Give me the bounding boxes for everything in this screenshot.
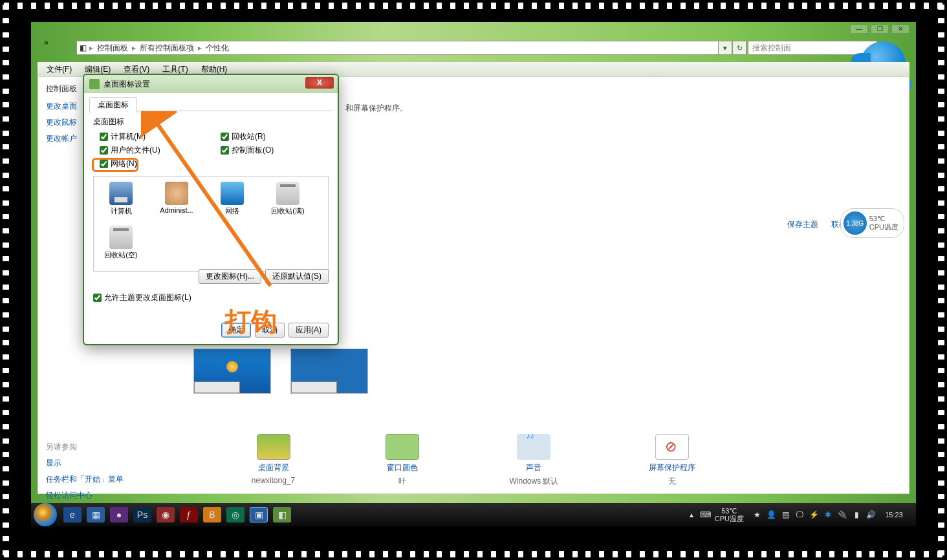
taskbar-o-icon[interactable]: ◎ — [226, 507, 245, 522]
option-bg-sub: newxitong_7 — [252, 476, 295, 485]
option-saver-title: 屏幕保护程序 — [649, 462, 695, 473]
dialog-close-button[interactable]: X — [305, 77, 334, 89]
checkbox-user-files[interactable]: 用户的文件(U) — [100, 145, 208, 156]
taskbar-palette-icon[interactable]: ◧ — [273, 507, 291, 522]
option-sound-sub: Windows 默认 — [509, 476, 558, 487]
address-bar[interactable]: ◧ ▸ 控制面板 ▸ 所有控制面板项 ▸ 个性化 — [76, 41, 735, 55]
tray-icon-0[interactable]: ★ — [752, 510, 762, 520]
window-close-button[interactable]: ✕ — [891, 25, 909, 34]
dialog-titlebar[interactable]: 桌面图标设置 X — [84, 75, 338, 93]
taskbar-app1-icon[interactable]: ▦ — [87, 507, 105, 522]
tray-temp-value: 53℃ — [715, 507, 744, 515]
dialog-tabs: 桌面图标 — [89, 97, 332, 111]
temp-gauge-label: CPU温度 — [869, 223, 898, 232]
breadcrumb-item-0[interactable]: 控制面板 — [93, 43, 132, 54]
window-chrome: — ❐ ✕ — [31, 22, 916, 36]
cancel-button[interactable]: 取消 — [255, 323, 285, 338]
change-icon-button[interactable]: 更改图标(H)... — [199, 269, 261, 284]
tray-icon-1[interactable]: 👤 — [766, 510, 776, 520]
tray-network-icon[interactable]: ▮ — [851, 510, 862, 520]
tray-show-hidden-icon[interactable]: ▴ — [686, 510, 697, 520]
checkbox-control-panel[interactable]: 控制面板(O) — [221, 145, 329, 156]
option-desktop-background[interactable]: 桌面背景 newxitong_7 — [252, 434, 295, 487]
group-title: 桌面图标 — [93, 116, 329, 127]
film-sprockets-bottom — [0, 548, 947, 560]
menu-file[interactable]: 文件(F) — [41, 63, 77, 76]
tray-icon-2[interactable]: ▤ — [780, 510, 790, 520]
tab-desktop-icons[interactable]: 桌面图标 — [89, 97, 137, 113]
address-dropdown-button[interactable]: ▾ — [718, 41, 732, 55]
option-window-color[interactable]: 窗口颜色 叶 — [386, 434, 419, 487]
theme-thumb-1[interactable] — [290, 349, 368, 394]
film-sprockets-right — [935, 0, 947, 560]
preview-computer[interactable]: 计算机 — [99, 182, 143, 222]
apply-button[interactable]: 应用(A) — [288, 323, 329, 338]
sound-icon — [517, 434, 550, 460]
dialog-title: 桌面图标设置 — [103, 79, 150, 90]
taskbar-globe-icon[interactable]: ● — [110, 507, 128, 522]
system-tray: ▴ ⌨ 53℃ CPU温度 ★ 👤 ▤ 🖵 ⚡ ✱ 🔌 ▮ 🔊 15:23 — [686, 507, 913, 522]
option-color-title: 窗口颜色 — [387, 462, 418, 473]
screensaver-icon — [655, 434, 689, 460]
preview-network[interactable]: 网络 — [210, 182, 254, 222]
icon-preview-list: 计算机 Administ... 网络 回收站(满) 回收站(空) — [93, 176, 329, 272]
tray-volume-icon[interactable]: 🔊 — [865, 510, 876, 520]
tray-keyboard-icon[interactable]: ⌨ — [701, 510, 711, 520]
checkbox-computer[interactable]: 计算机(M) — [100, 131, 208, 142]
option-saver-sub: 无 — [668, 476, 676, 487]
window-color-icon — [386, 434, 419, 460]
taskbar-photoshop-icon[interactable]: Ps — [133, 507, 151, 522]
preview-admin[interactable]: Administ... — [155, 182, 199, 222]
window-maximize-button[interactable]: ❐ — [871, 25, 889, 34]
option-color-sub: 叶 — [398, 476, 406, 487]
checkbox-network[interactable]: 网络(N) — [100, 158, 208, 169]
taskbar-media-icon[interactable]: ◉ — [157, 507, 175, 522]
option-sound-title: 声音 — [526, 462, 541, 473]
taskbar-ie-icon[interactable]: e — [63, 507, 82, 522]
temp-gauge-value: 1.38G — [844, 211, 867, 235]
tray-clock[interactable]: 15:23 — [880, 511, 908, 519]
tray-power-icon[interactable]: 🔌 — [837, 510, 847, 520]
preview-recycle-full[interactable]: 回收站(满) — [266, 182, 310, 222]
option-screensaver[interactable]: 屏幕保护程序 无 — [649, 434, 695, 487]
ok-button[interactable]: 确定 — [221, 323, 251, 338]
desktop-icon-settings-dialog: 桌面图标设置 X 桌面图标 桌面图标 计算机(M) 回收站(R) 用户的文件(U… — [83, 74, 339, 345]
temp-gauge-widget[interactable]: 1.38G 53℃ CPU温度 — [840, 208, 904, 238]
tray-temp-label: CPU温度 — [715, 515, 744, 522]
checkbox-recycle-bin[interactable]: 回收站(R) — [221, 131, 329, 142]
taskbar-flash-icon[interactable]: ƒ — [180, 507, 198, 522]
restore-defaults-button[interactable]: 还原默认值(S) — [265, 269, 329, 284]
breadcrumb-root-icon: ◧ — [77, 43, 89, 52]
tray-bluetooth-icon[interactable]: ✱ — [823, 510, 833, 520]
address-refresh-button[interactable]: ↻ — [732, 41, 746, 55]
save-theme-link[interactable]: 保存主题 — [787, 219, 818, 230]
taskbar-b-icon[interactable]: B — [203, 507, 221, 522]
breadcrumb-item-1[interactable]: 所有控制面板项 — [136, 43, 198, 54]
film-sprockets-top — [0, 0, 947, 12]
preview-recycle-empty[interactable]: 回收站(空) — [99, 226, 143, 266]
tray-icon-4[interactable]: ⚡ — [809, 510, 819, 520]
taskbar-projector-icon[interactable]: ▣ — [250, 507, 268, 522]
window-minimize-button[interactable]: — — [850, 25, 868, 34]
desktop-background-icon — [257, 434, 290, 460]
option-sound[interactable]: 声音 Windows 默认 — [509, 434, 558, 487]
dialog-title-icon — [89, 79, 100, 89]
taskbar: e ▦ ● Ps ◉ ƒ B ◎ ▣ ◧ ▴ ⌨ 53℃ CPU温度 ★ 👤 ▤… — [31, 503, 916, 526]
tray-icon-3[interactable]: 🖵 — [794, 510, 805, 520]
breadcrumb-item-2[interactable]: 个性化 — [202, 43, 233, 54]
option-bg-title: 桌面背景 — [258, 462, 289, 473]
temp-gauge-temp: 53℃ — [869, 215, 898, 223]
theme-thumb-0[interactable] — [193, 349, 271, 394]
see-also-link-2[interactable]: 轻松访问中心 — [46, 490, 156, 501]
film-sprockets-left — [0, 0, 12, 560]
start-button[interactable] — [34, 503, 57, 526]
desktop-screen: — ❐ ✕ ◧ ▸ 控制面板 ▸ 所有控制面板项 ▸ 个性化 ▾ ↻ 搜索控制面… — [31, 22, 916, 526]
content-hint-text: 和屏幕保护程序。 — [345, 103, 408, 114]
checkbox-allow-themes[interactable]: 允许主题更改桌面图标(L) — [93, 292, 191, 303]
